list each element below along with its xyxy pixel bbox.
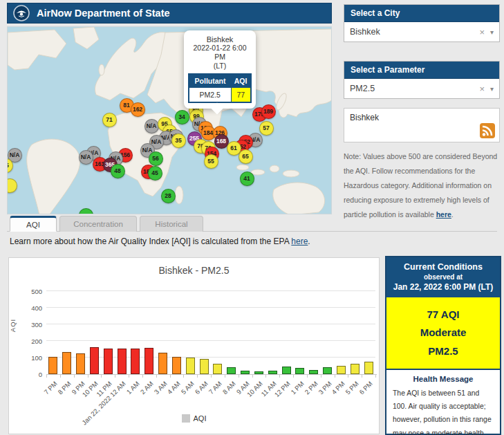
chart-bar[interactable] (62, 352, 71, 374)
map-marker[interactable]: 71 (102, 113, 117, 127)
city-select-value: Bishkek (350, 27, 474, 37)
chart-x-tick (170, 374, 171, 378)
rss-feed-box: Bishkek (344, 108, 500, 142)
chart-bar[interactable] (186, 358, 195, 374)
world-aqi-map[interactable]: 8116271N/A9565N/AN/A35N/AN/AN/A156N/A161… (7, 26, 332, 214)
chart-x-tick (225, 374, 225, 378)
chart-bar[interactable] (200, 359, 209, 374)
map-marker[interactable]: 55 (204, 154, 218, 169)
chart-bar[interactable] (323, 367, 332, 374)
chart-bar[interactable] (104, 349, 113, 374)
tab-historical[interactable]: Historical (140, 216, 203, 232)
chart-bar[interactable] (364, 362, 373, 374)
map-marker[interactable]: 56 (149, 151, 163, 166)
city-caret-icon[interactable]: ▾ (490, 28, 494, 36)
chart-bar[interactable] (295, 368, 304, 374)
parameter-select[interactable]: PM2.5 × ▾ (344, 79, 499, 98)
map-marker[interactable]: N/A (79, 150, 93, 165)
health-message-text: The AQI is between 51 and 100. Air quali… (393, 387, 494, 435)
chart-title: Bishkek - PM2.5 (9, 265, 379, 276)
chart-x-tick (335, 374, 335, 378)
sidebar: Select a City Bishkek × ▾ Select a Param… (344, 4, 500, 222)
rss-icon[interactable] (480, 123, 495, 138)
learn-more-prefix: Learn more about how the Air Quality Ind… (10, 237, 291, 246)
map-marker[interactable]: 41 (240, 172, 254, 186)
chart-gridline (46, 290, 375, 291)
map-marker[interactable]: 65 (239, 149, 253, 164)
tab-concentration[interactable]: Concentration (59, 216, 137, 232)
health-message-section: Health Message The AQI is between 51 and… (386, 370, 500, 435)
chart-x-axis-line (46, 374, 377, 375)
chart-x-tick (279, 374, 280, 378)
map-marker[interactable]: 162 (131, 102, 145, 117)
current-conditions-panel: Current Conditions observed at Jan 22, 2… (385, 256, 501, 435)
conditions-datetime: Jan 22, 2022 6:00 PM (LT) (389, 282, 497, 292)
chart-x-tick (156, 374, 157, 378)
map-marker[interactable]: 34 (175, 110, 189, 124)
chart-gridline (46, 340, 375, 341)
popup-city: Bishkek (188, 35, 252, 44)
conditions-aqi-block: 77 AQI Moderate PM2.5 (386, 297, 500, 370)
chart-bar[interactable] (144, 348, 153, 374)
health-message-title: Health Message (393, 375, 494, 383)
tab-aqi[interactable]: AQI (10, 216, 57, 232)
city-select-title: Select a City (344, 5, 499, 22)
chart-x-tick (239, 374, 239, 378)
parameter-caret-icon[interactable]: ▾ (490, 85, 494, 93)
popup-datetime: 2022-01-22 6:00 PM (188, 44, 252, 62)
legend-label: AQI (194, 414, 207, 423)
conditions-pollutant: PM2.5 (389, 342, 497, 360)
chart-x-tick (197, 374, 198, 378)
map-marker[interactable]: 28 (161, 189, 176, 203)
chart-bar[interactable] (213, 364, 222, 374)
app-header: AirNow Department of State (7, 3, 332, 24)
chart-legend[interactable]: AQI (9, 414, 379, 423)
city-select[interactable]: Bishkek × ▾ (344, 22, 499, 41)
chart-bar[interactable] (131, 349, 140, 374)
parameter-clear-icon[interactable]: × (474, 84, 490, 94)
map-marker[interactable]: 189 (261, 104, 276, 119)
chart-bar[interactable] (337, 366, 346, 374)
conditions-header: Current Conditions observed at Jan 22, 2… (386, 257, 500, 297)
chart-x-tick (307, 374, 308, 378)
chart-bar[interactable] (48, 357, 57, 374)
map-marker[interactable]: 57 (259, 121, 274, 136)
popup-pollutant-value: PM2.5 (189, 88, 231, 103)
chart-x-tick (252, 374, 253, 378)
chart-x-tick (88, 374, 88, 378)
chart-x-tick (348, 374, 348, 378)
map-marker[interactable] (7, 178, 17, 193)
chart-bar[interactable] (172, 357, 181, 374)
chart-bar[interactable] (351, 364, 360, 374)
chart-bar[interactable] (118, 349, 127, 374)
popup-col-pollutant: Pollutant (189, 74, 231, 88)
chart-x-tick (142, 374, 143, 378)
chart-plot-area (46, 283, 375, 374)
chart-bar[interactable] (282, 367, 291, 374)
aqi-chart-panel: Bishkek - PM2.5 AQI 01002003004005007 PM… (8, 257, 380, 434)
chart-x-tick (115, 374, 115, 378)
chart-bar[interactable] (158, 353, 167, 374)
epa-here-link[interactable]: here (291, 237, 308, 246)
aqi-note: Note: Values above 500 are considered Be… (344, 149, 500, 222)
chart-bar[interactable] (227, 367, 236, 374)
chart-x-tick (321, 374, 321, 378)
chart-x-tick (60, 374, 61, 378)
map-marker[interactable]: 35 (171, 133, 186, 148)
popup-col-aqi: AQI (231, 74, 251, 88)
popup-table: Pollutant AQI PM2.5 77 (188, 73, 252, 103)
city-clear-icon[interactable]: × (474, 27, 490, 37)
chart-bar[interactable] (90, 347, 99, 374)
us-state-seal-icon (13, 5, 30, 21)
chart-y-tick-label: 300 (15, 321, 42, 328)
chart-x-tick (265, 374, 266, 378)
chart-x-tick (362, 374, 362, 378)
chart-bar[interactable] (76, 353, 85, 374)
parameter-select-title: Select a Parameter (344, 62, 499, 79)
map-popup: Bishkek 2022-01-22 6:00 PM (LT) Pollutan… (184, 30, 256, 109)
map-marker[interactable]: 48 (111, 164, 125, 178)
conditions-title: Current Conditions (389, 262, 497, 272)
chart-y-tick-label: 100 (15, 354, 42, 362)
map-marker[interactable]: 45 (148, 166, 162, 181)
map-marker[interactable]: N/A (144, 119, 159, 133)
